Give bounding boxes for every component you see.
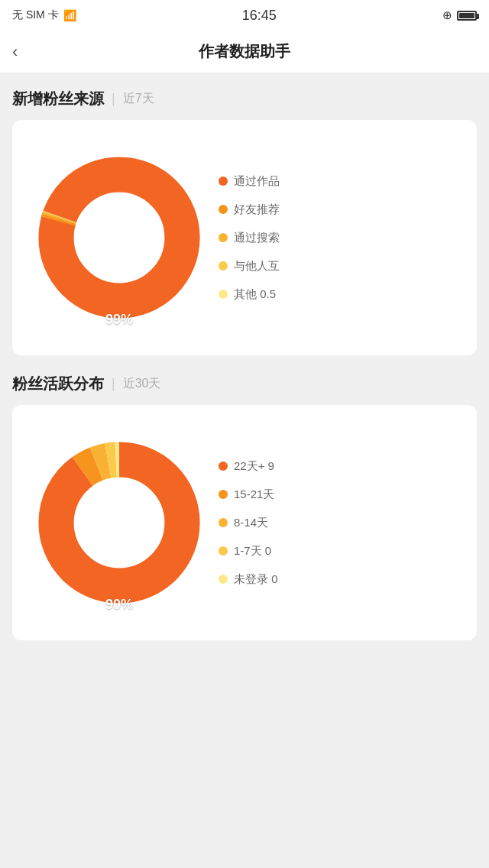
card-fans-source: 99% 通过作品 好友推荐 通过搜索 与他人互 其他 0.5 [12, 120, 477, 355]
status-left: 无 SIM 卡 📶 [12, 8, 76, 22]
donut-svg-2 [35, 439, 203, 607]
status-right: ⊕ [442, 8, 477, 22]
legend-label-5: 其他 0.5 [234, 287, 276, 302]
legend-dot-2 [219, 205, 228, 214]
donut-svg-1 [35, 154, 203, 322]
main-content: 新增粉丝来源 | 近7天 99% [0, 73, 489, 674]
wifi-icon: 📶 [63, 9, 76, 21]
legend-item-a2: 15-21天 [219, 487, 461, 502]
section-subtitle-fans-source: 近7天 [123, 91, 154, 107]
legend-label-a1: 22天+ 9 [234, 459, 274, 474]
legend-item-3: 通过搜索 [219, 231, 461, 245]
legend-label-a5: 未登录 0 [234, 572, 278, 587]
donut-chart-fans-activity: 90% [28, 423, 211, 622]
legend-dot-a1 [219, 462, 228, 471]
section-title-fans-source: 新增粉丝来源 [12, 89, 104, 109]
status-bar: 无 SIM 卡 📶 16:45 ⊕ [0, 0, 489, 31]
legend-item-a3: 8-14天 [219, 516, 461, 530]
legend-item-a5: 未登录 0 [219, 572, 461, 587]
legend-label-1: 通过作品 [234, 174, 280, 189]
legend-item-a1: 22天+ 9 [219, 459, 461, 474]
lock-icon: ⊕ [442, 8, 452, 22]
legend-label-4: 与他人互 [234, 259, 280, 274]
section-subtitle-fans-activity: 近30天 [123, 376, 161, 392]
legend-fans-source: 通过作品 好友推荐 通过搜索 与他人互 其他 0.5 [211, 174, 461, 302]
legend-label-a4: 1-7天 0 [234, 544, 271, 559]
sim-label: 无 SIM 卡 [12, 8, 59, 22]
section-header-fans-activity: 粉丝活跃分布 | 近30天 [12, 374, 477, 394]
legend-label-a2: 15-21天 [234, 487, 274, 502]
legend-label-a3: 8-14天 [234, 516, 268, 530]
legend-dot-3 [219, 233, 228, 242]
section-title-fans-activity: 粉丝活跃分布 [12, 374, 104, 394]
legend-dot-a2 [219, 490, 228, 499]
page-title: 作者数据助手 [199, 41, 290, 62]
svg-point-11 [76, 479, 163, 566]
legend-dot-5 [219, 290, 228, 299]
legend-label-2: 好友推荐 [234, 202, 280, 217]
back-button[interactable]: ‹ [12, 42, 18, 62]
legend-dot-4 [219, 261, 228, 270]
legend-item-1: 通过作品 [219, 174, 461, 189]
legend-fans-activity: 22天+ 9 15-21天 8-14天 1-7天 0 未登录 0 [211, 459, 461, 587]
status-time: 16:45 [242, 8, 277, 24]
legend-dot-a3 [219, 518, 228, 527]
donut-chart-fans-source: 99% [28, 138, 211, 337]
legend-item-5: 其他 0.5 [219, 287, 461, 302]
section-header-fans-source: 新增粉丝来源 | 近7天 [12, 89, 477, 109]
legend-dot-1 [219, 177, 228, 186]
battery-icon [457, 11, 477, 21]
legend-label-3: 通过搜索 [234, 231, 280, 245]
legend-dot-a4 [219, 546, 228, 555]
legend-item-a4: 1-7天 0 [219, 544, 461, 559]
legend-dot-a5 [219, 575, 228, 584]
legend-item-2: 好友推荐 [219, 202, 461, 217]
card-fans-activity: 90% 22天+ 9 15-21天 8-14天 1-7天 0 未登录 0 [12, 405, 477, 640]
nav-bar: ‹ 作者数据助手 [0, 31, 489, 73]
legend-item-4: 与他人互 [219, 259, 461, 274]
svg-point-5 [76, 194, 163, 281]
